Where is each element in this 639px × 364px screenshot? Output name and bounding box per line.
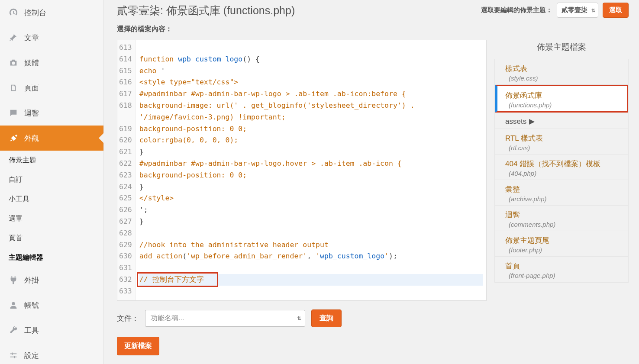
header-row: 貳零壹柒: 佈景函式庫 (functions.php) 選取要編輯的佈景主題： … <box>117 0 629 24</box>
theme-dropdown[interactable]: 貳零壹柒 <box>557 3 598 18</box>
pages-icon <box>8 82 19 93</box>
theme-files-title: 佈景主題檔案 <box>494 40 629 59</box>
line-gutter: 613614615616617618 619620621622623624625… <box>117 40 136 300</box>
file-item[interactable]: 樣式表(style.css) <box>495 59 628 85</box>
sidebar-item-appearance[interactable]: 外觀 <box>0 126 103 151</box>
subitem-editor[interactable]: 主題編輯器 <box>0 248 103 267</box>
sidebar-item-dashboard[interactable]: 控制台 <box>0 0 103 25</box>
update-row: 更新檔案 <box>117 337 487 355</box>
theme-select-label: 選取要編輯的佈景主題： <box>481 6 552 14</box>
sidebar-item-users[interactable]: 帳號 <box>0 293 103 318</box>
brush-icon <box>8 132 19 144</box>
subitem-widgets[interactable]: 小工具 <box>0 190 103 209</box>
file-item[interactable]: 佈景主題頁尾(footer.php) <box>495 231 628 257</box>
code-editor[interactable]: 613614615616617618 619620621622623624625… <box>117 40 487 301</box>
sidebar-label: 工具 <box>24 325 39 335</box>
sidebar-label: 迴響 <box>24 108 39 118</box>
camera-icon <box>8 57 19 68</box>
doc-label: 文件： <box>117 313 139 323</box>
settings-icon <box>8 350 19 361</box>
sidebar-label: 設定 <box>24 351 39 361</box>
sidebar-subitems: 佈景主題 自訂 小工具 選單 頁首 主題編輯器 <box>0 151 103 267</box>
sidebar-label: 文章 <box>24 33 39 43</box>
sidebar-item-media[interactable]: 媒體 <box>0 50 103 75</box>
file-item[interactable]: 佈景函式庫(functions.php) <box>495 85 628 113</box>
body-row: 613614615616617618 619620621622623624625… <box>117 40 629 355</box>
update-file-button[interactable]: 更新檔案 <box>117 337 159 355</box>
query-button[interactable]: 查詢 <box>311 309 342 327</box>
file-item[interactable]: 首頁(front-page.php) <box>495 257 628 282</box>
file-item[interactable]: RTL 樣式表(rtl.css) <box>495 129 628 155</box>
editor-column: 613614615616617618 619620621622623624625… <box>117 40 487 355</box>
sidebar-item-pages[interactable]: 頁面 <box>0 75 103 100</box>
code-area[interactable]: function wpb_custom_logo() {echo '<style… <box>136 40 486 300</box>
sidebar-label: 外掛 <box>24 275 39 285</box>
plug-icon <box>8 274 19 286</box>
file-item[interactable]: assets ▶ <box>495 113 628 129</box>
content-subtitle: 選擇的檔案內容： <box>117 25 629 34</box>
sidebar-label: 控制台 <box>24 8 46 18</box>
admin-sidebar: 控制台 文章 媒體 頁面 迴響 <box>0 0 104 364</box>
theme-select-row: 選取要編輯的佈景主題： 貳零壹柒 選取 <box>481 3 629 18</box>
user-icon <box>8 300 19 311</box>
file-item[interactable]: 迴響(comments.php) <box>495 206 628 231</box>
pin-icon <box>8 32 19 43</box>
subitem-menus[interactable]: 選單 <box>0 209 103 229</box>
sidebar-label: 媒體 <box>24 58 39 68</box>
subitem-header[interactable]: 頁首 <box>0 229 103 248</box>
subitem-customize[interactable]: 自訂 <box>0 170 103 190</box>
main-content: 貳零壹柒: 佈景函式庫 (functions.php) 選取要編輯的佈景主題： … <box>104 0 639 364</box>
page-title: 貳零壹柒: 佈景函式庫 (functions.php) <box>117 3 295 18</box>
file-item[interactable]: 彙整(archive.php) <box>495 180 628 206</box>
sidebar-label: 頁面 <box>24 83 39 93</box>
theme-files-panel: 佈景主題檔案 樣式表(style.css)佈景函式庫(functions.php… <box>494 40 629 355</box>
theme-file-list: 樣式表(style.css)佈景函式庫(functions.php)assets… <box>494 59 629 283</box>
sidebar-label: 外觀 <box>24 133 39 143</box>
app-root: 控制台 文章 媒體 頁面 迴響 <box>0 0 639 364</box>
function-dropdown[interactable]: 功能名稱... <box>145 310 305 327</box>
file-item[interactable]: 404 錯誤（找不到檔案）模板(404.php) <box>495 155 628 180</box>
comment-icon <box>8 107 19 119</box>
wrench-icon <box>8 325 19 336</box>
sidebar-item-comments[interactable]: 迴響 <box>0 100 103 126</box>
sidebar-item-plugins[interactable]: 外掛 <box>0 267 103 293</box>
chevron-right-icon: ▶ <box>529 117 535 126</box>
doc-lookup-row: 文件： 功能名稱... 查詢 <box>117 309 487 327</box>
sidebar-item-tools[interactable]: 工具 <box>0 318 103 343</box>
sidebar-label: 帳號 <box>24 300 39 310</box>
sidebar-item-posts[interactable]: 文章 <box>0 25 103 50</box>
sidebar-item-settings[interactable]: 設定 <box>0 343 103 364</box>
subitem-themes[interactable]: 佈景主題 <box>0 151 103 170</box>
select-theme-button[interactable]: 選取 <box>603 3 629 18</box>
dashboard-icon <box>8 7 19 18</box>
